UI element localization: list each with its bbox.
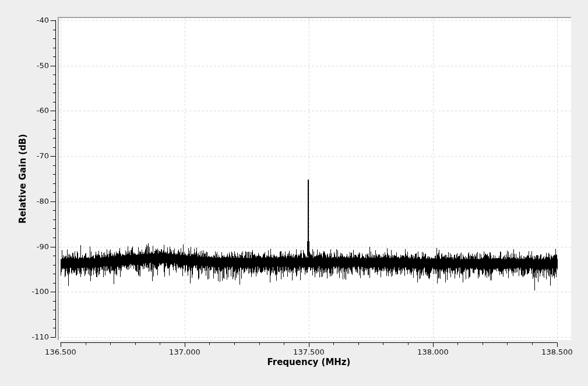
y-tick-label: -90 (20, 242, 49, 252)
x-tick-label: 136.500 (36, 348, 85, 357)
y-tick-label: -80 (20, 197, 49, 206)
y-tick-label: -40 (20, 16, 49, 25)
x-tick-label: 138.000 (409, 348, 457, 357)
x-tick-label: 138.500 (533, 348, 582, 357)
x-tick-label: 137.000 (160, 348, 209, 357)
y-tick-label: -110 (20, 332, 49, 342)
y-tick-label: -100 (20, 287, 49, 296)
x-axis-title: Frequency (MHz) (61, 357, 557, 367)
y-tick-label: -60 (20, 106, 49, 115)
spectrum-chart: Relative Gain (dB) Frequency (MHz) -40-5… (0, 0, 588, 386)
y-tick-label: -50 (20, 61, 49, 70)
y-tick-label: -70 (20, 151, 49, 161)
plot-canvas (0, 0, 588, 386)
x-tick-label: 137.500 (284, 348, 333, 357)
